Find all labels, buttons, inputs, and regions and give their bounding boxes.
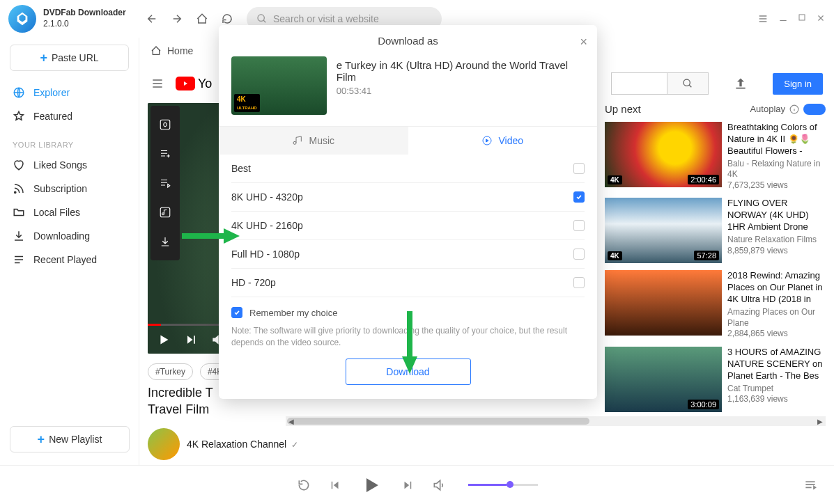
- scrollbar-thumb[interactable]: [287, 418, 589, 425]
- rec-views: 2,884,865 views: [727, 329, 826, 340]
- hamburger-icon[interactable]: [150, 77, 164, 90]
- recommended-item[interactable]: 2018 Rewind: Amazing Places on Our Plane…: [605, 270, 826, 339]
- scroll-left-icon[interactable]: ◀: [288, 418, 294, 425]
- quality-row[interactable]: 4K UHD - 2160p: [231, 212, 585, 240]
- autoplay-toggle[interactable]: [803, 104, 826, 115]
- quality-label: 8K UHD - 4320p: [231, 191, 303, 203]
- back-button[interactable]: [145, 12, 159, 26]
- quality-checkbox[interactable]: [573, 163, 585, 174]
- svg-point-0: [258, 15, 264, 21]
- rewind-button[interactable]: [297, 478, 311, 492]
- reload-button[interactable]: [220, 12, 234, 26]
- next-icon[interactable]: [184, 333, 198, 347]
- app-title: DVDFab Downloader 2.1.0.0: [43, 8, 126, 29]
- home-nav-button[interactable]: [195, 12, 209, 26]
- sidebar-item-featured[interactable]: Featured: [10, 104, 129, 128]
- folder-icon: [13, 206, 25, 219]
- youtube-search-input[interactable]: [611, 72, 667, 95]
- sidebar-item-label: Local Files: [33, 207, 80, 218]
- browser-nav: [145, 12, 234, 26]
- svg-rect-1: [799, 15, 805, 20]
- library-header: YOUR LIBRARY: [13, 141, 129, 149]
- quality-checkbox[interactable]: [573, 191, 585, 203]
- quality-checkbox[interactable]: [573, 220, 585, 231]
- tab-label: Video: [498, 135, 523, 146]
- next-track-button[interactable]: [401, 479, 414, 491]
- footer-play-button[interactable]: [360, 473, 383, 497]
- recommended-item[interactable]: 3:00:09 3 HOURS of AMAZING NATURE SCENER…: [605, 347, 826, 412]
- quality-row[interactable]: Full HD - 1080p: [231, 240, 585, 269]
- channel-avatar[interactable]: [148, 428, 180, 460]
- annotation-arrow-down: [399, 308, 420, 377]
- rec-thumbnail: [605, 270, 722, 336]
- prev-track-button[interactable]: [329, 479, 341, 491]
- recommended-item[interactable]: 4K 57:28 FLYING OVER NORWAY (4K UHD) 1HR…: [605, 198, 826, 263]
- sidebar-item-explorer[interactable]: Explorer: [10, 81, 129, 104]
- modal-video-info: 4KULTRAHD e Turkey in 4K (Ultra HD) Arou…: [219, 56, 597, 126]
- minimize-button[interactable]: [778, 13, 788, 24]
- sidebar-item-subscription[interactable]: Subscription: [10, 177, 129, 200]
- quality-label: 4K UHD - 2160p: [231, 220, 303, 231]
- remember-checkbox[interactable]: [231, 307, 242, 318]
- forward-button[interactable]: [170, 12, 184, 26]
- signin-button[interactable]: Sign in: [773, 73, 823, 95]
- quality-row[interactable]: 8K UHD - 4320p: [231, 183, 585, 212]
- footer-volume-icon[interactable]: [432, 478, 446, 492]
- play-icon[interactable]: [156, 332, 171, 347]
- tab-music[interactable]: Music: [219, 127, 408, 155]
- volume-slider[interactable]: [468, 484, 538, 486]
- quality-list: Best 8K UHD - 4320p 4K UHD - 2160p Full …: [219, 155, 597, 297]
- channel-name[interactable]: 4K Relaxation Channel: [187, 439, 286, 450]
- paste-url-button[interactable]: + Paste URL: [10, 45, 129, 71]
- youtube-logo[interactable]: Yo: [176, 77, 212, 91]
- svg-point-4: [684, 79, 690, 86]
- rec-channel: Cat Trumpet: [727, 384, 826, 395]
- new-playlist-label: New Playlist: [49, 434, 102, 445]
- menu-icon[interactable]: [757, 13, 769, 24]
- rec-duration: 3:00:09: [688, 400, 719, 409]
- tool-like-icon[interactable]: [150, 110, 180, 139]
- sidebar-item-local-files[interactable]: Local Files: [10, 200, 129, 224]
- autoplay-control: Autoplay: [750, 104, 826, 115]
- rec-info: 2018 Rewind: Amazing Places on Our Plane…: [727, 270, 826, 339]
- recommended-item[interactable]: 4K 2:00:46 Breathtaking Colors of Nature…: [605, 122, 826, 191]
- upload-icon[interactable]: [734, 77, 748, 90]
- paste-url-label: Paste URL: [52, 52, 99, 63]
- rec-info: 3 HOURS of AMAZING NATURE SCENERY on Pla…: [727, 347, 826, 412]
- upnext-header: Up next Autoplay: [605, 103, 826, 115]
- remember-label: Remember my choice: [249, 308, 337, 318]
- maximize-button[interactable]: [798, 13, 806, 24]
- rec-title: 2018 Rewind: Amazing Places on Our Plane…: [727, 270, 826, 306]
- quality-checkbox[interactable]: [573, 249, 585, 260]
- app-version: 2.1.0.0: [43, 19, 69, 29]
- rec-title: 3 HOURS of AMAZING NATURE SCENERY on Pla…: [727, 347, 826, 382]
- tab-video[interactable]: Video: [408, 127, 598, 155]
- close-button[interactable]: [816, 13, 826, 24]
- sidebar-item-label: Explorer: [33, 87, 70, 98]
- address-placeholder: Search or visit a website: [273, 13, 379, 24]
- queue-icon[interactable]: [803, 478, 817, 492]
- modal-close-button[interactable]: ×: [580, 35, 587, 49]
- rec-views: 8,859,879 views: [727, 246, 826, 257]
- sidebar-item-downloading[interactable]: Downloading: [10, 224, 129, 248]
- upnext-label: Up next: [605, 103, 641, 115]
- tool-download-icon[interactable]: [150, 227, 180, 256]
- quality-row[interactable]: HD - 720p: [231, 269, 585, 297]
- tool-playnext-icon[interactable]: [150, 168, 180, 198]
- tag-pill[interactable]: #Turkey: [148, 363, 193, 380]
- modal-header: Download as ×: [219, 25, 597, 56]
- tool-music-icon[interactable]: [150, 198, 180, 227]
- scroll-right-icon[interactable]: ▶: [817, 418, 823, 425]
- quality-checkbox[interactable]: [573, 277, 585, 288]
- upnext-column: Up next Autoplay 4K 2:00:46 Breathtaking…: [605, 103, 826, 460]
- youtube-search-button[interactable]: [667, 72, 709, 95]
- new-playlist-button[interactable]: + New Playlist: [10, 426, 130, 452]
- info-icon[interactable]: [789, 104, 799, 114]
- horizontal-scrollbar[interactable]: ◀ ▶: [286, 416, 826, 426]
- sidebar-item-recent-played[interactable]: Recent Played: [10, 248, 129, 271]
- verified-badge-icon: ✓: [291, 440, 298, 450]
- sidebar-item-liked-songs[interactable]: Liked Songs: [10, 153, 129, 177]
- badge-4k-icon: 4K: [608, 251, 622, 260]
- tool-addlist-icon[interactable]: [150, 139, 180, 168]
- quality-row[interactable]: Best: [231, 155, 585, 183]
